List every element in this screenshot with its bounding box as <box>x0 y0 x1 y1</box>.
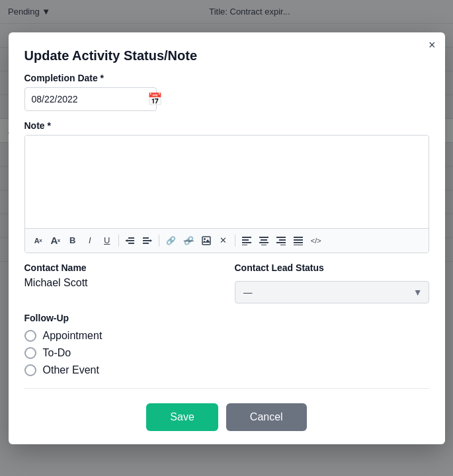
toolbar-align-center[interactable] <box>256 233 272 249</box>
toolbar-code[interactable]: </> <box>308 233 325 249</box>
svg-rect-6 <box>202 237 210 245</box>
toolbar-align-left[interactable] <box>239 233 255 249</box>
svg-rect-17 <box>279 239 286 241</box>
modal-title: Update Activity Status/Note <box>24 48 429 63</box>
radio-other-circle <box>24 364 36 376</box>
cancel-button[interactable]: Cancel <box>226 403 307 431</box>
contact-lead-row: Contact Name Michael Scott Contact Lead … <box>24 262 429 303</box>
contact-name-label: Contact Name <box>24 262 219 273</box>
toolbar-tx-grow[interactable]: Ax <box>48 233 63 249</box>
followup-appointment-label: Appointment <box>43 330 103 342</box>
followup-todo-label: To-Do <box>43 347 71 359</box>
toolbar-indent[interactable] <box>140 233 155 249</box>
toolbar-align-right[interactable] <box>273 233 289 249</box>
radio-todo-circle <box>24 347 36 359</box>
date-input-wrapper[interactable]: 📅 <box>24 87 157 111</box>
toolbar-separator-3 <box>235 235 235 247</box>
svg-rect-12 <box>259 237 268 238</box>
toolbar-link[interactable]: 🔗 <box>163 233 179 249</box>
date-input[interactable] <box>32 94 147 104</box>
completion-date-label: Completion Date * <box>24 73 429 83</box>
svg-rect-20 <box>294 237 303 238</box>
calendar-icon[interactable]: 📅 <box>147 92 162 106</box>
svg-rect-3 <box>143 237 149 239</box>
svg-rect-23 <box>294 245 303 245</box>
toolbar-underline[interactable]: U <box>99 233 115 249</box>
footer-divider <box>24 388 429 389</box>
lead-status-select[interactable]: — New Working Nurturing Unqualified Bad … <box>235 281 429 303</box>
radio-appointment-circle <box>24 330 36 342</box>
svg-rect-10 <box>242 242 251 243</box>
followup-section: Follow-Up Appointment To-Do Other Event <box>24 313 429 376</box>
contact-name-value: Michael Scott <box>24 277 219 289</box>
svg-rect-15 <box>261 245 267 245</box>
svg-rect-14 <box>259 242 268 243</box>
svg-rect-22 <box>294 242 303 243</box>
svg-rect-18 <box>276 242 286 243</box>
svg-rect-19 <box>280 245 286 245</box>
save-button[interactable]: Save <box>146 403 218 431</box>
modal-overlay: × Update Activity Status/Note Completion… <box>0 0 453 476</box>
svg-rect-16 <box>276 237 286 238</box>
toolbar-remove[interactable]: ✕ <box>216 233 231 249</box>
svg-rect-9 <box>242 239 249 241</box>
note-textarea[interactable] <box>25 136 429 228</box>
modal-footer: Save Cancel <box>24 401 429 431</box>
svg-rect-13 <box>261 239 267 241</box>
toolbar-separator-2 <box>159 235 159 247</box>
toolbar-outdent[interactable] <box>122 233 138 249</box>
toolbar-image[interactable] <box>198 233 214 249</box>
toolbar-separator-1 <box>118 235 119 247</box>
rte-wrapper: Ax Ax B I U <box>24 135 429 253</box>
followup-other-event[interactable]: Other Event <box>24 364 429 376</box>
note-field: Note * Ax Ax B I U <box>24 120 429 253</box>
lead-status-select-wrapper: — New Working Nurturing Unqualified Bad … <box>235 277 429 303</box>
svg-rect-2 <box>128 243 134 244</box>
svg-rect-5 <box>143 243 149 244</box>
followup-radio-group: Appointment To-Do Other Event <box>24 330 429 376</box>
note-label: Note * <box>24 120 429 131</box>
svg-rect-0 <box>128 237 134 239</box>
svg-rect-8 <box>242 237 251 238</box>
modal-dialog: × Update Activity Status/Note Completion… <box>9 32 445 444</box>
toolbar-italic[interactable]: I <box>82 233 98 249</box>
svg-rect-11 <box>242 245 247 245</box>
contact-name-col: Contact Name Michael Scott <box>24 262 219 289</box>
followup-appointment[interactable]: Appointment <box>24 330 429 342</box>
close-button[interactable]: × <box>429 39 436 51</box>
toolbar-unlink[interactable]: 🔗 <box>181 233 197 249</box>
followup-label: Follow-Up <box>24 313 429 323</box>
lead-status-label: Contact Lead Status <box>235 262 429 273</box>
followup-todo[interactable]: To-Do <box>24 347 429 359</box>
rte-toolbar: Ax Ax B I U <box>25 228 429 253</box>
lead-status-col: Contact Lead Status — New Working Nurtur… <box>235 262 429 303</box>
toolbar-bold[interactable]: B <box>65 233 81 249</box>
followup-other-label: Other Event <box>43 364 99 376</box>
svg-rect-21 <box>294 239 303 241</box>
toolbar-align-justify[interactable] <box>290 233 306 249</box>
completion-date-field: Completion Date * 📅 <box>24 73 429 111</box>
svg-point-7 <box>204 238 206 240</box>
toolbar-tx-shrink[interactable]: Ax <box>30 233 46 249</box>
